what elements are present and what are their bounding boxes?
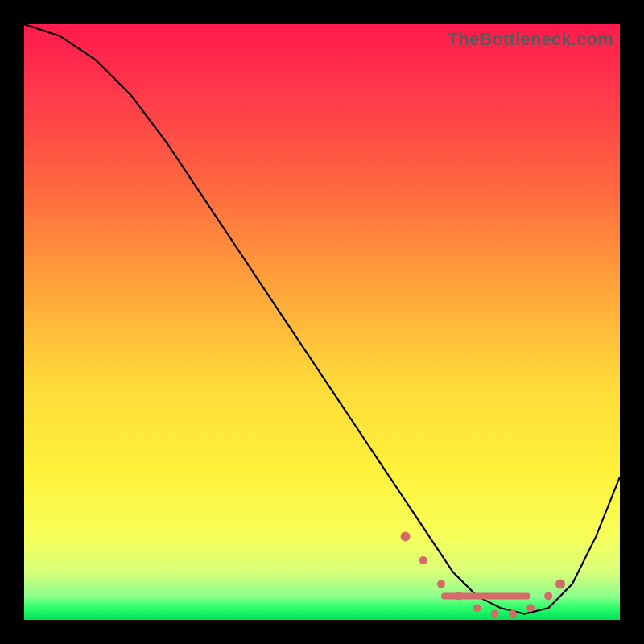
highlight-markers [401, 531, 565, 617]
plot-area: TheBottleneck.com [24, 24, 620, 620]
marker-dot [455, 592, 463, 600]
marker-dot [401, 531, 411, 541]
marker-dot [509, 610, 517, 618]
marker-dot [526, 604, 535, 612]
marker-dot [544, 592, 552, 600]
marker-pill [441, 592, 530, 599]
marker-dot [555, 580, 565, 589]
bottleneck-curve [24, 24, 620, 620]
marker-dot [419, 556, 427, 564]
marker-dot [491, 610, 499, 618]
marker-dot [473, 604, 481, 612]
marker-dot [437, 580, 445, 588]
curve-path [24, 24, 620, 614]
